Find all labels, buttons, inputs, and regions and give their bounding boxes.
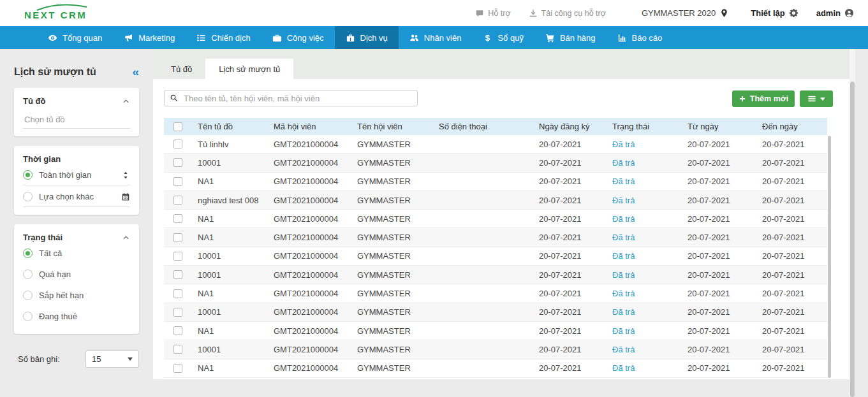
cell-status-link[interactable]: Đã trả (607, 326, 682, 336)
cell-status-link[interactable]: Đã trả (607, 158, 682, 168)
page-scrollbar-thumb[interactable] (850, 82, 855, 397)
radio-all-time[interactable] (23, 170, 33, 180)
megaphone-icon (124, 33, 133, 43)
nav-item-bao-cao[interactable]: Báo cáo (607, 26, 673, 49)
radio-renting[interactable] (23, 312, 33, 321)
help-link[interactable]: Hỗ trợ (475, 9, 510, 18)
row-checkbox[interactable] (173, 214, 182, 223)
cell-status-link[interactable]: Đã trả (607, 270, 682, 280)
cell-reg_date: 20-07-2021 (533, 158, 607, 168)
cell-status-link[interactable]: Đã trả (607, 345, 682, 354)
search-input[interactable] (164, 90, 418, 106)
comment-icon (475, 9, 484, 18)
cell-status-link[interactable]: Đã trả (607, 307, 682, 317)
nav-item-marketing[interactable]: Marketing (113, 26, 186, 49)
radio-other-range[interactable] (23, 192, 33, 201)
cell-status-link[interactable]: Đã trả (607, 140, 682, 149)
row-checkbox[interactable] (173, 233, 182, 242)
cell-locker: 10001 (192, 307, 268, 317)
collapse-sidebar-icon[interactable]: « (132, 66, 139, 78)
col-header-from-date[interactable]: Từ ngày (682, 122, 756, 131)
option-label: Quá hạn (39, 270, 130, 279)
table-row[interactable]: 10001GMT2021000004GYMMASTER20-07-2021Đã … (164, 154, 827, 172)
cell-reg_date: 20-07-2021 (533, 363, 607, 373)
option-label: Sắp hết hạn (39, 291, 130, 300)
row-checkbox[interactable] (173, 289, 182, 298)
filter-option-renting: Đang thuê (23, 305, 130, 326)
table-row[interactable]: 10001GMT2021000004GYMMASTER20-07-2021Đã … (164, 266, 827, 284)
nav-item-nhan-vien[interactable]: Nhân viên (399, 26, 473, 49)
cell-status-link[interactable]: Đã trả (607, 214, 682, 224)
col-header-reg-date[interactable]: Ngày đăng ký (533, 122, 607, 131)
row-checkbox[interactable] (173, 158, 182, 167)
nav-item-dich-vu[interactable]: Dịch vụ (335, 26, 399, 49)
table-row[interactable]: NA1GMT2021000004GYMMASTER20-07-2021Đã tr… (164, 359, 827, 378)
table-row[interactable]: NA1GMT2021000004GYMMASTER20-07-2021Đã tr… (164, 210, 827, 228)
col-header-locker[interactable]: Tên tủ đồ (192, 122, 268, 131)
col-header-to-date[interactable]: Đến ngày (756, 122, 827, 131)
user-menu[interactable]: admin (816, 8, 854, 18)
col-header-phone[interactable]: Số điện thoại (433, 122, 533, 131)
table-scrollbar[interactable] (828, 136, 831, 378)
tab-tu-do[interactable]: Tủ đồ (158, 59, 205, 79)
list-actions-menu-button[interactable] (800, 90, 833, 107)
chevron-up-icon[interactable] (122, 97, 130, 105)
tab-lich-su-muon-tu[interactable]: Lịch sử mượn tủ (205, 59, 293, 79)
col-header-member-code[interactable]: Mã hội viên (268, 122, 351, 131)
radio-expiring-soon[interactable] (23, 291, 33, 300)
table-row[interactable]: 10001GMT2021000004GYMMASTER20-07-2021Đã … (164, 247, 827, 266)
calendar-icon[interactable] (121, 192, 130, 201)
cell-status-link[interactable]: Đã trả (607, 363, 682, 373)
select-all-checkbox[interactable] (173, 122, 182, 131)
location-pin-icon (719, 8, 729, 18)
table-row[interactable]: 10001GMT2021000004GYMMASTER20-07-2021Đã … (164, 303, 827, 322)
col-header-member-name[interactable]: Tên hội viên (351, 122, 433, 131)
row-checkbox[interactable] (173, 177, 182, 186)
table-row[interactable]: NA1GMT2021000004GYMMASTER20-07-2021Đã tr… (164, 284, 827, 303)
nextcrm-logo[interactable]: NEXT CRM (19, 3, 94, 24)
cell-member_code: GMT2021000004 (268, 289, 351, 298)
row-checkbox[interactable] (173, 140, 182, 148)
row-checkbox[interactable] (173, 252, 182, 261)
row-checkbox[interactable] (173, 345, 182, 354)
download-tools-link[interactable]: Tải công cụ hỗ trợ (529, 9, 606, 18)
nav-item-cong-viec[interactable]: Công việc (261, 26, 335, 49)
row-checkbox[interactable] (173, 364, 182, 373)
page-title: Lịch sử mượn tủ (14, 66, 96, 78)
cell-status-link[interactable]: Đã trả (607, 196, 682, 205)
table-row[interactable]: NA1GMT2021000004GYMMASTER20-07-2021Đã tr… (164, 228, 827, 247)
account-selector[interactable]: GYMMASTER 2020 (642, 8, 729, 18)
sort-icon[interactable] (121, 171, 130, 180)
row-checkbox[interactable] (173, 270, 182, 279)
table-body: Tủ linhlvGMT2021000004GYMMASTER20-07-202… (164, 135, 827, 378)
cell-to_date: 20-07-2021 (756, 158, 827, 168)
records-count-select[interactable]: 15 (85, 350, 139, 368)
add-new-button[interactable]: Thêm mới (732, 90, 795, 107)
nav-item-chien-dich[interactable]: Chiến dịch (186, 26, 261, 49)
cell-status-link[interactable]: Đã trả (607, 251, 682, 261)
radio-all[interactable] (23, 249, 33, 258)
cell-member_code: GMT2021000004 (268, 214, 351, 224)
table-row[interactable]: 10001GMT2021000004GYMMASTER20-07-2021Đã … (164, 340, 827, 359)
cell-member_name: GYMMASTER (351, 158, 433, 168)
row-checkbox[interactable] (173, 326, 182, 335)
chevron-up-icon[interactable] (122, 233, 130, 242)
nav-item-ban-hang[interactable]: Bán hàng (534, 26, 607, 49)
table-row[interactable]: NA1GMT2021000004GYMMASTER20-07-2021Đã tr… (164, 322, 827, 340)
table-row[interactable]: NA1GMT2021000004GYMMASTER20-07-2021Đã tr… (164, 173, 827, 191)
topbar: NEXT CRM Hỗ trợ Tải công cụ hỗ trợ GYMMA… (0, 0, 868, 26)
locker-select-input[interactable] (23, 111, 130, 129)
row-checkbox[interactable] (173, 308, 182, 317)
table-row[interactable]: nghiavd test 008GMT2021000004GYMMASTER20… (164, 191, 827, 210)
nav-item-so-quy[interactable]: Sổ quỹ (472, 26, 534, 49)
radio-overdue[interactable] (23, 270, 33, 279)
settings-button[interactable]: Thiết lập (751, 8, 798, 18)
cell-status-link[interactable]: Đã trả (607, 233, 682, 242)
row-checkbox[interactable] (173, 196, 182, 205)
col-header-status[interactable]: Trạng thái (607, 122, 682, 131)
cell-status-link[interactable]: Đã trả (607, 177, 682, 186)
cell-status-link[interactable]: Đã trả (607, 289, 682, 298)
table-row[interactable]: Tủ linhlvGMT2021000004GYMMASTER20-07-202… (164, 135, 827, 154)
settings-label: Thiết lập (751, 8, 784, 18)
nav-item-tong-quan[interactable]: Tổng quan (37, 26, 113, 49)
